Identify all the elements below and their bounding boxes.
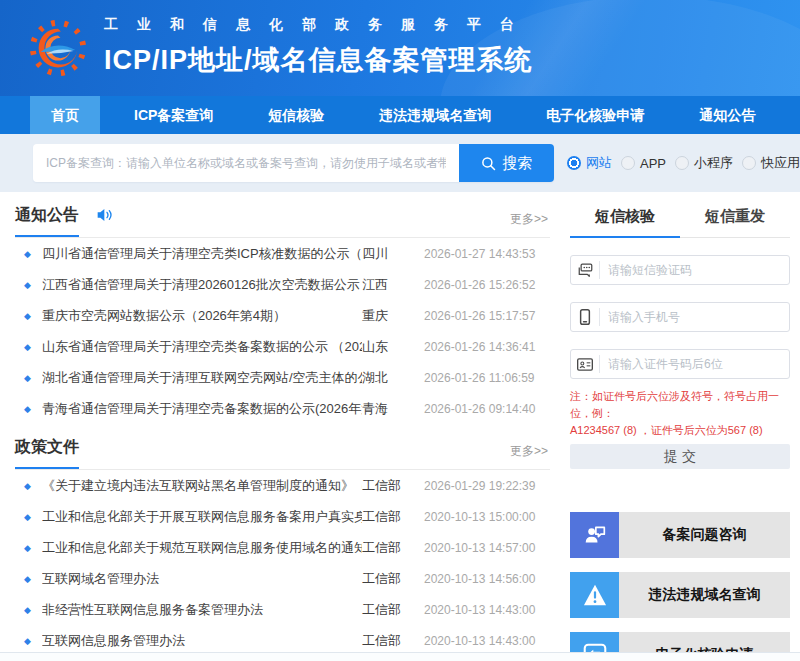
policy-row: ◆ 《关于建立境内违法互联网站黑名单管理制度的通知》（工信部联 工信部 2026… — [15, 470, 550, 501]
consult-icon — [583, 524, 607, 546]
notice-row: ◆ 江西省通信管理局关于清理20260126批次空壳数据公示 江西 2026-0… — [15, 269, 550, 300]
quick-link-illegal-domain[interactable]: 违法违规域名查询 — [570, 572, 790, 618]
nav-item-notices[interactable]: 通知公告 — [678, 96, 776, 134]
diamond-bullet-icon: ◆ — [24, 543, 31, 553]
search-button-label: 搜索 — [502, 154, 532, 173]
notices-title: 通知公告 — [15, 205, 79, 237]
search-input[interactable] — [33, 144, 459, 182]
radio-quickapp[interactable]: 快应用 — [742, 154, 800, 172]
nav-item-home[interactable]: 首页 — [30, 96, 100, 134]
phone-icon — [579, 309, 591, 325]
policies-title: 政策文件 — [15, 437, 79, 469]
radio-dot-icon — [675, 156, 689, 170]
phone-input[interactable] — [600, 310, 789, 324]
notice-row: ◆ 重庆市空壳网站数据公示（2026年第4期） 重庆 2026-01-26 15… — [15, 300, 550, 331]
speaker-icon — [97, 208, 113, 222]
id-number-input[interactable] — [600, 357, 789, 371]
sms-message-icon — [578, 263, 593, 277]
diamond-bullet-icon: ◆ — [24, 481, 31, 491]
search-type-radios: 网站 APP 小程序 快应用 — [567, 154, 800, 172]
policies-more-link[interactable]: 更多>> — [510, 443, 548, 460]
radio-app[interactable]: APP — [621, 156, 666, 171]
quick-link-consult[interactable]: 备案问题咨询 — [570, 512, 790, 558]
sms-code-field-wrap — [570, 255, 790, 285]
diamond-bullet-icon: ◆ — [24, 636, 31, 646]
platform-title: 工业和信息化部政务服务平台 — [104, 16, 533, 34]
nav-item-sms-verify[interactable]: 短信核验 — [247, 96, 345, 134]
notices-section-header: 通知公告 更多>> — [15, 205, 550, 238]
policy-row: ◆ 工业和信息化部关于规范互联网信息服务使用域名的通知 工信部 2020-10-… — [15, 532, 550, 563]
policies-section-header: 政策文件 更多>> — [15, 437, 550, 470]
diamond-bullet-icon: ◆ — [24, 342, 31, 352]
diamond-bullet-icon: ◆ — [24, 404, 31, 414]
header-banner: 工业和信息化部政务服务平台 ICP/IP地址/域名信息备案管理系统 — [0, 0, 800, 96]
quick-links: 备案问题咨询 违法违规域名查询 — [570, 512, 790, 661]
radio-dot-icon — [567, 156, 581, 170]
search-icon — [481, 156, 496, 171]
sms-tabs: 短信核验 短信重发 — [570, 207, 790, 238]
notices-list: ◆ 四川省通信管理局关于清理空壳类ICP核准数据的公示（2026年1 四川 20… — [15, 238, 550, 424]
diamond-bullet-icon: ◆ — [24, 512, 31, 522]
diamond-bullet-icon: ◆ — [24, 311, 31, 321]
tab-sms-resend[interactable]: 短信重发 — [680, 207, 790, 237]
notices-more-link[interactable]: 更多>> — [510, 211, 548, 228]
phone-field-wrap — [570, 302, 790, 332]
warning-icon — [582, 583, 608, 607]
nav-item-icp-query[interactable]: ICP备案查询 — [113, 96, 234, 134]
radio-dot-icon — [621, 156, 635, 170]
footer-divider — [0, 652, 800, 661]
tab-sms-verify[interactable]: 短信核验 — [570, 207, 680, 238]
policy-row: ◆ 互联网域名管理办法 工信部 2020-10-13 14:56:00 — [15, 563, 550, 594]
nav-item-policies[interactable]: 政策文件 — [789, 96, 800, 134]
page: 工业和信息化部政务服务平台 ICP/IP地址/域名信息备案管理系统 首页 ICP… — [0, 0, 800, 661]
policy-row: ◆ 工业和信息化部关于开展互联网信息服务备案用户真实身份信息电 工信部 2020… — [15, 501, 550, 532]
id-number-field-wrap — [570, 349, 790, 379]
sms-code-input[interactable] — [600, 263, 789, 277]
diamond-bullet-icon: ◆ — [24, 605, 31, 615]
diamond-bullet-icon: ◆ — [24, 574, 31, 584]
notice-row: ◆ 山东省通信管理局关于清理空壳类备案数据的公示 （202604批 山东 202… — [15, 331, 550, 362]
policies-list: ◆ 《关于建立境内违法互联网站黑名单管理制度的通知》（工信部联 工信部 2026… — [15, 470, 550, 656]
search-button[interactable]: 搜索 — [459, 144, 554, 182]
miit-logo-icon — [27, 17, 89, 79]
notice-row: ◆ 四川省通信管理局关于清理空壳类ICP核准数据的公示（2026年1 四川 20… — [15, 238, 550, 269]
id-note-text: 注：如证件号后六位涉及符号，符号占用一位，例： A1234567 (8) ，证件… — [570, 388, 790, 439]
search-band: 搜索 网站 APP 小程序 快应用 — [0, 134, 800, 192]
system-title: ICP/IP地址/域名信息备案管理系统 — [104, 42, 533, 78]
submit-button[interactable]: 提 交 — [570, 444, 790, 469]
idcard-icon — [577, 358, 593, 371]
diamond-bullet-icon: ◆ — [24, 280, 31, 290]
radio-miniprogram[interactable]: 小程序 — [675, 154, 733, 172]
radio-dot-icon — [742, 156, 756, 170]
diamond-bullet-icon: ◆ — [24, 249, 31, 259]
notice-row: ◆ 湖北省通信管理局关于清理互联网空壳网站/空壳主体的公示 湖北 2026-01… — [15, 362, 550, 393]
main-nav: 首页 ICP备案查询 短信核验 违法违规域名查询 电子化核验申请 通知公告 政策… — [0, 96, 800, 134]
radio-website[interactable]: 网站 — [567, 154, 612, 172]
nav-item-illegal-domain-query[interactable]: 违法违规域名查询 — [358, 96, 512, 134]
nav-item-e-verify-apply[interactable]: 电子化核验申请 — [525, 96, 665, 134]
policy-row: ◆ 非经营性互联网信息服务备案管理办法 工信部 2020-10-13 14:43… — [15, 594, 550, 625]
notice-row: ◆ 青海省通信管理局关于清理空壳备案数据的公示(2026年第1期) 青海 202… — [15, 393, 550, 424]
diamond-bullet-icon: ◆ — [24, 373, 31, 383]
